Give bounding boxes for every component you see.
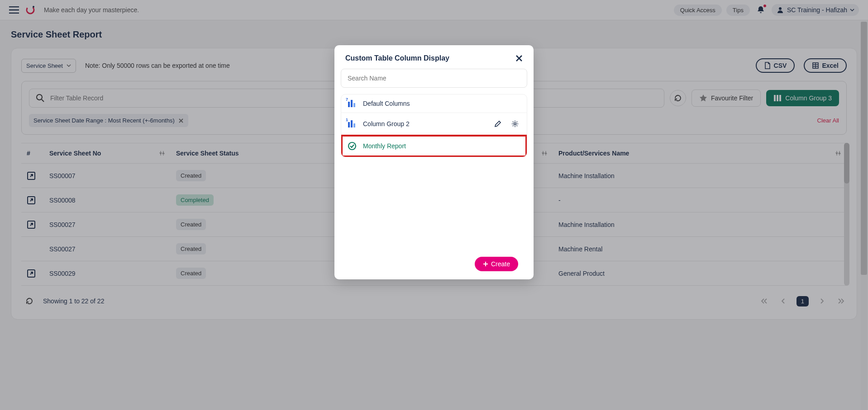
columns-icon: 7 (348, 100, 357, 107)
column-group-label: Default Columns (363, 100, 520, 107)
settings-icon[interactable] (510, 118, 520, 129)
edit-name-icon[interactable] (492, 118, 503, 129)
svg-rect-13 (351, 100, 353, 107)
close-icon (515, 55, 523, 62)
column-group-list: 7Default Columns1Column Group 2Monthly R… (341, 94, 527, 157)
svg-rect-17 (353, 123, 355, 127)
check-circle-icon (348, 141, 357, 151)
svg-point-18 (514, 123, 516, 125)
create-button[interactable]: Create (475, 257, 518, 271)
columns-icon: 1 (348, 120, 357, 127)
plus-icon (483, 261, 488, 267)
modal-search-input[interactable] (348, 75, 520, 82)
svg-rect-12 (348, 102, 350, 107)
column-display-modal: Custom Table Column Display 7Default Col… (334, 45, 534, 279)
svg-point-19 (348, 142, 356, 150)
svg-rect-14 (353, 103, 355, 107)
column-group-label: Monthly Report (363, 142, 486, 150)
column-group-item[interactable]: 7Default Columns (341, 94, 527, 113)
column-group-label: Column Group 2 (363, 120, 486, 127)
svg-rect-16 (351, 120, 353, 127)
close-button[interactable] (515, 55, 523, 62)
column-group-item[interactable]: 1Column Group 2 (341, 113, 527, 135)
modal-search-box[interactable] (341, 69, 527, 88)
modal-title: Custom Table Column Display (345, 54, 449, 62)
column-group-item[interactable]: Monthly Report (341, 135, 527, 157)
svg-rect-15 (348, 122, 350, 127)
modal-overlay[interactable]: Custom Table Column Display 7Default Col… (0, 0, 868, 329)
